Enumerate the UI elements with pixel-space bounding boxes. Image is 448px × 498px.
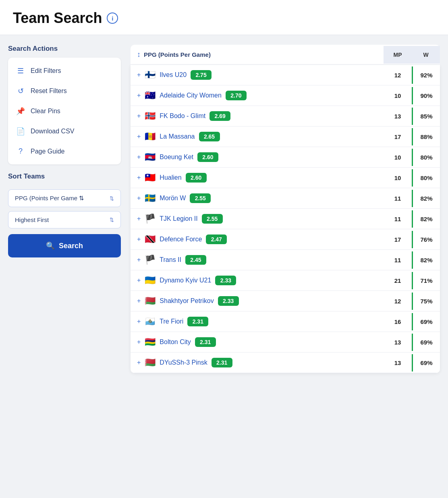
pin-toggle-icon[interactable]: + (137, 71, 141, 79)
sort-order-select[interactable]: Highest First ⇅ (8, 211, 121, 228)
edit-filters-label: Edit Filters (31, 67, 61, 75)
pin-toggle-icon[interactable]: + (137, 338, 141, 346)
team-name-link[interactable]: Boeung Ket (160, 154, 193, 161)
table-row: + 🇳🇴 FK Bodo - Glimt 2.69 13 85% (131, 106, 440, 127)
team-cell: + 🇰🇭 Boeung Ket 2.60 (131, 147, 384, 167)
team-name-link[interactable]: Morön W (160, 195, 186, 202)
pin-toggle-icon[interactable]: + (137, 277, 141, 284)
download-csv-button[interactable]: 📄 Download CSV (8, 121, 121, 141)
team-cell: + 🇲🇺 Bolton City 2.31 (131, 332, 384, 352)
w-cell: 69% (412, 334, 440, 351)
sort-order-value: Highest First (15, 216, 49, 223)
sort-field-select[interactable]: PPG (Points Per Game ⇅ ⇅ (8, 189, 121, 207)
ppg-badge: 2.33 (215, 276, 236, 285)
w-cell: 82% (412, 251, 440, 269)
table-header: ↕ PPG (Points Per Game) MP W (131, 45, 440, 65)
team-flag: 🏴 (145, 255, 156, 264)
team-name-link[interactable]: Adelaide City Women (160, 92, 222, 99)
team-name-link[interactable]: Bolton City (160, 338, 191, 346)
ppg-badge: 2.60 (186, 173, 207, 183)
team-name-link[interactable]: Trans II (160, 256, 181, 264)
reset-filters-label: Reset Filters (31, 87, 67, 95)
results-table: + 🇫🇮 Ilves U20 2.75 12 92% + 🇦🇺 Adelaide… (131, 65, 440, 373)
pin-toggle-icon[interactable]: + (137, 318, 141, 325)
pin-toggle-icon[interactable]: + (137, 195, 141, 202)
pin-toggle-icon[interactable]: + (137, 92, 141, 99)
pin-toggle-icon[interactable]: + (137, 297, 141, 305)
team-flag: 🇳🇴 (145, 112, 156, 120)
team-name-link[interactable]: Dynamo Kyiv U21 (160, 277, 211, 284)
mp-cell: 13 (384, 334, 412, 351)
pin-toggle-icon[interactable]: + (137, 359, 141, 366)
mp-cell: 11 (384, 210, 412, 228)
team-name-link[interactable]: Defence Force (160, 236, 202, 243)
w-cell: 80% (412, 169, 440, 187)
ppg-badge: 2.33 (218, 296, 239, 306)
clear-pins-button[interactable]: 📌 Clear Pins (8, 101, 121, 121)
team-name-link[interactable]: FK Bodo - Glimt (160, 112, 205, 120)
team-cell: + 🏴 Trans II 2.45 (131, 250, 384, 270)
pin-toggle-icon[interactable]: + (137, 236, 141, 243)
info-icon[interactable]: i (107, 12, 118, 24)
sort-section-title: Sort Teams (8, 172, 121, 181)
team-name-link[interactable]: Hualien (160, 174, 181, 181)
col-team-header: ↕ PPG (Points Per Game) (131, 45, 384, 64)
mp-cell: 10 (384, 87, 412, 104)
mp-cell: 13 (384, 108, 412, 125)
table-row: + 🇸🇪 Morön W 2.55 11 82% (131, 188, 440, 209)
w-cell: 82% (412, 190, 440, 207)
mp-cell: 11 (384, 190, 412, 207)
download-icon: 📄 (16, 127, 25, 136)
team-flag: 🇦🇩 (145, 132, 156, 141)
team-flag: 🇹🇹 (145, 235, 156, 244)
page-guide-button[interactable]: ? Page Guide (8, 141, 121, 161)
page-title: Team Search (13, 10, 102, 27)
search-actions-section: Search Actions ☰ Edit Filters ↺ Reset Fi… (8, 45, 121, 164)
pin-toggle-icon[interactable]: + (137, 112, 141, 120)
w-cell: 82% (412, 210, 440, 228)
team-flag: 🇸🇪 (145, 194, 156, 203)
team-name-link[interactable]: TJK Legion II (160, 215, 197, 222)
col-ppg-label: PPG (Points Per Game) (144, 51, 211, 58)
w-cell: 69% (412, 354, 440, 371)
table-row: + 🇦🇺 Adelaide City Women 2.70 10 90% (131, 85, 440, 106)
ppg-badge: 2.75 (191, 70, 212, 80)
pin-toggle-icon[interactable]: + (137, 133, 141, 140)
mp-cell: 12 (384, 66, 412, 84)
team-name-link[interactable]: Ilves U20 (160, 71, 187, 79)
search-actions-title: Search Actions (8, 45, 121, 53)
team-name-link[interactable]: La Massana (160, 133, 195, 140)
mp-cell: 10 (384, 169, 412, 187)
edit-filters-button[interactable]: ☰ Edit Filters (8, 61, 121, 81)
w-cell: 75% (412, 293, 440, 310)
results-area: ↕ PPG (Points Per Game) MP W + 🇫🇮 Ilves … (131, 45, 440, 373)
sort-order-arrow: ⇅ (110, 217, 114, 223)
sort-field-value: PPG (Points Per Game ⇅ (15, 195, 84, 202)
sidebar: Search Actions ☰ Edit Filters ↺ Reset Fi… (8, 45, 121, 373)
mp-cell: 16 (384, 313, 412, 330)
team-flag: 🇲🇺 (145, 338, 156, 347)
team-flag: 🇰🇭 (145, 153, 156, 162)
pin-toggle-icon[interactable]: + (137, 215, 141, 222)
team-name-link[interactable]: DYuSSh-3 Pinsk (160, 359, 207, 366)
mp-cell: 21 (384, 272, 412, 289)
pin-toggle-icon[interactable]: + (137, 256, 141, 264)
mp-cell: 17 (384, 128, 412, 145)
team-cell: + 🇹🇼 Hualien 2.60 (131, 168, 384, 188)
pin-toggle-icon[interactable]: + (137, 154, 141, 161)
ppg-badge: 2.47 (206, 234, 227, 244)
team-name-link[interactable]: Tre Fiori (160, 318, 183, 325)
search-button[interactable]: 🔍 Search (8, 234, 121, 257)
reset-filters-button[interactable]: ↺ Reset Filters (8, 81, 121, 101)
team-cell: + 🇸🇪 Morön W 2.55 (131, 188, 384, 208)
team-cell: + 🇸🇲 Tre Fiori 2.31 (131, 311, 384, 332)
table-row: + 🇧🇾 Shakhtyor Petrikov 2.33 12 75% (131, 291, 440, 311)
pin-toggle-icon[interactable]: + (137, 174, 141, 181)
page-guide-label: Page Guide (31, 148, 65, 155)
w-cell: 85% (412, 108, 440, 125)
team-name-link[interactable]: Shakhtyor Petrikov (160, 297, 214, 305)
table-row: + 🏴 TJK Legion II 2.55 11 82% (131, 209, 440, 229)
col-mp-header: MP (384, 46, 412, 64)
mp-cell: 11 (384, 251, 412, 269)
ppg-badge: 2.70 (226, 91, 247, 100)
